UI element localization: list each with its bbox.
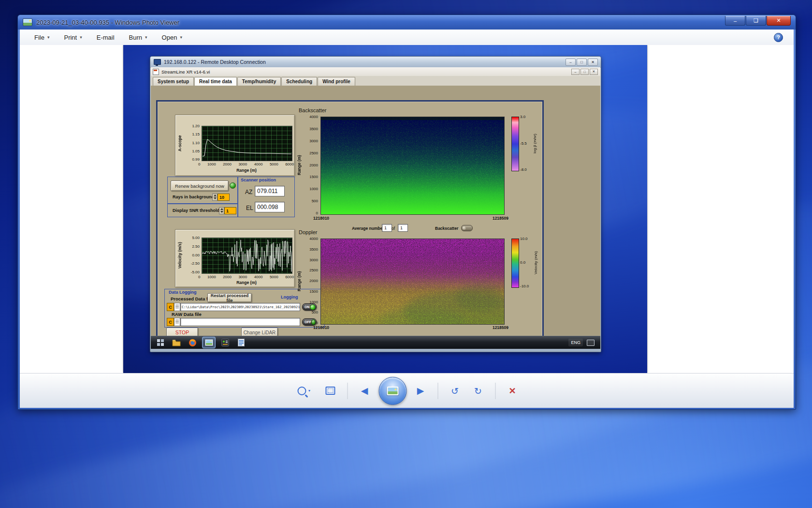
velocity-x-label: Range (m)	[202, 280, 291, 285]
tab-temp-humidity[interactable]: Temp/humidity	[237, 77, 281, 86]
raw-drive-box[interactable]: C	[167, 318, 174, 326]
app-maximize-button[interactable]: □	[580, 69, 589, 75]
app-close-button[interactable]: ✕	[590, 69, 598, 75]
doppler-title: Doppler	[299, 229, 318, 235]
raw-browse-icon[interactable]	[174, 318, 180, 326]
doppler-colorbar	[511, 239, 519, 288]
ascope-graph: A-scope 1.20 1.15 1.10 1.05 0.99	[175, 115, 295, 176]
next-button[interactable]: ▶	[411, 383, 430, 399]
velocity-x-ticks: 0 1000 2000 3000 4000 5000 6000	[198, 275, 294, 279]
instrument-app-icon[interactable]	[219, 337, 232, 348]
tab-wind-profile[interactable]: Wind profile	[318, 77, 355, 86]
document-app-icon[interactable]	[235, 337, 247, 348]
delete-button[interactable]: ✕	[503, 383, 522, 399]
processed-path-field[interactable]: C:\Lidar\Data\Proc\2023\202309\20230921\…	[180, 303, 300, 311]
backscatter-y-ticks: 4000 3500 3000 2500 2000 1500 1000 500 0	[303, 115, 318, 215]
scanner-position-title: Scanner position	[241, 178, 276, 182]
logging-label: Logging	[281, 295, 298, 299]
zoom-button[interactable]: ▾	[292, 383, 316, 399]
snr-group: Display SNR threshold 1	[167, 204, 238, 217]
doppler-y-ticks: 4000 3500 3000 2500 2000 1500 1000 500 0	[303, 237, 318, 325]
minimize-button[interactable]: –	[725, 16, 745, 26]
processed-drive-box[interactable]: C	[167, 303, 174, 311]
taskbar-grid-icon[interactable]	[154, 337, 167, 348]
labview-vi-icon	[153, 69, 159, 75]
photo: 192.168.0.122 - Remote Desktop Connectio…	[123, 45, 647, 373]
el-value[interactable]: 000.098	[255, 202, 285, 212]
folder-icon[interactable]	[170, 337, 183, 348]
processed-browse-icon[interactable]	[174, 303, 180, 311]
background-led	[230, 182, 236, 189]
photo-viewer-title: 2023-09-21_03-40-00.935 - Windows Photo …	[36, 19, 179, 26]
doppler-colorbar-ticks: 10.0 0.0 -10.0	[520, 237, 534, 288]
processed-data-file-label: Processed Data file	[171, 296, 213, 301]
rdp-icon	[154, 59, 161, 65]
ascope-y-ticks: 1.20 1.15 1.10 1.05 0.99	[186, 124, 200, 162]
display-tray-icon[interactable]	[587, 340, 594, 346]
photo-viewer-taskbar-icon[interactable]	[202, 337, 216, 348]
tab-scheduling[interactable]: Scheduling	[281, 77, 317, 86]
magnifier-icon	[298, 387, 306, 395]
rays-value[interactable]: 10	[218, 194, 230, 201]
menu-print[interactable]: Print▾	[64, 34, 82, 41]
play-slideshow-button[interactable]	[378, 377, 406, 405]
raw-path-field[interactable]	[180, 318, 300, 326]
photo-viewer-titlebar[interactable]: 2023-09-21_03-40-00.935 - Windows Photo …	[18, 15, 796, 30]
backscatter-toggle[interactable]	[461, 225, 473, 231]
menu-email[interactable]: E-mail	[97, 34, 115, 41]
data-logging-title: Data Logging	[169, 290, 197, 295]
maximize-button[interactable]: ❏	[746, 16, 766, 26]
backscatter-colorbar	[511, 117, 519, 171]
average-of-label: of	[392, 226, 395, 231]
firefox-icon[interactable]	[186, 337, 199, 348]
menu-open[interactable]: Open▾	[162, 34, 182, 41]
ascope-plot	[202, 126, 292, 161]
menu-burn[interactable]: Burn▾	[129, 34, 147, 41]
chevron-down-icon: ▾	[308, 388, 310, 393]
remote-taskbar: ENG	[151, 336, 600, 349]
background-group: Renew background now Rays in background …	[167, 177, 238, 204]
az-value[interactable]: 079.011	[255, 186, 285, 196]
close-button[interactable]: ✕	[767, 16, 791, 26]
actual-size-icon	[325, 387, 335, 395]
rdp-title: 192.168.0.122 - Remote Desktop Connectio…	[164, 59, 266, 65]
backscatter-title: Backscatter	[299, 107, 326, 113]
actual-size-button[interactable]	[321, 383, 339, 399]
renew-background-button[interactable]: Renew background now	[171, 180, 229, 191]
snr-value[interactable]: 1	[224, 207, 236, 214]
rdp-maximize-button[interactable]: □	[577, 59, 587, 66]
scanner-position-group: Scanner position AZ 079.011 EL 000.098	[238, 177, 295, 217]
snr-spinner[interactable]	[219, 207, 224, 214]
previous-button[interactable]: ◀	[355, 383, 374, 399]
ascope-x-ticks: 0 1000 2000 3000 4000 5000 6000	[198, 162, 294, 166]
instrument-panel: A-scope 1.20 1.15 1.10 1.05 0.99	[156, 100, 544, 347]
average-total-value[interactable]: 1	[398, 224, 408, 232]
photo-viewer-toolbar: ▾ ◀ ▶ ↺ ↻ ✕	[20, 373, 794, 408]
remote-desktop: StreamLine XR v14-6.vi – □ ✕ System setu…	[151, 67, 600, 349]
average-number-value[interactable]: 1	[382, 224, 392, 232]
rdp-close-button[interactable]: ✕	[588, 59, 598, 66]
app-main-area: A-scope 1.20 1.15 1.10 1.05 0.99	[151, 86, 600, 335]
rdp-minimize-button[interactable]: –	[566, 59, 576, 66]
slideshow-icon	[387, 387, 398, 395]
backscatter-colorbar-ticks: 3.0 -5.5 -8.0	[520, 115, 533, 172]
language-indicator[interactable]: ENG	[568, 339, 583, 346]
backscatter-heatmap	[320, 117, 505, 215]
toolbar-separator	[347, 383, 348, 399]
rotate-clockwise-button[interactable]: ↻	[469, 383, 487, 399]
app-titlebar[interactable]: StreamLine XR v14-6.vi – □ ✕	[151, 67, 600, 76]
toolbar-separator	[495, 383, 495, 399]
help-icon[interactable]: ?	[774, 33, 783, 42]
menu-file[interactable]: File▾	[34, 34, 49, 41]
velocity-y-label: Velocity (m/s)	[177, 237, 182, 274]
chevron-down-icon: ▾	[47, 35, 50, 40]
rays-spinner[interactable]	[212, 194, 218, 201]
rdp-titlebar[interactable]: 192.168.0.122 - Remote Desktop Connectio…	[150, 57, 601, 68]
tab-system-setup[interactable]: System setup	[153, 77, 194, 86]
rays-in-background-label: Rays in background	[173, 194, 214, 199]
tab-real-time-data[interactable]: Real time data	[194, 77, 237, 86]
app-minimize-button[interactable]: –	[571, 69, 580, 75]
rotate-counterclockwise-button[interactable]: ↺	[446, 383, 464, 399]
chevron-down-icon: ▾	[180, 35, 182, 40]
restart-processed-file-button[interactable]: Restart processed file	[207, 293, 252, 302]
